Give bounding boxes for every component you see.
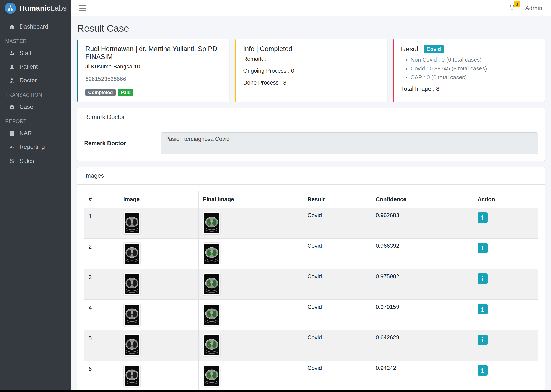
- col-header-image: Image: [119, 191, 199, 208]
- result-total-image: Total Image : 8: [401, 86, 538, 92]
- sidebar-item-patient[interactable]: Patient: [3, 60, 69, 73]
- ct-final-image-thumbnail: [203, 243, 220, 265]
- sidebar-item-staff[interactable]: Staff: [3, 47, 69, 60]
- info-ongoing-line: Ongoing Process : 0: [243, 67, 380, 74]
- final-image-cell: [199, 330, 303, 361]
- result-cell: Covid: [303, 330, 371, 361]
- images-table: # Image Final Image Result Confidence Ac…: [84, 191, 538, 392]
- content: Result Case Rudi Hermawan | dr. Martina …: [71, 16, 551, 392]
- result-cell: Covid: [303, 238, 371, 269]
- ct-scan-image: [125, 244, 139, 264]
- action-cell: i: [473, 330, 538, 361]
- remark-doctor-label: Remark Doctor: [84, 140, 161, 147]
- info-button[interactable]: i: [478, 304, 488, 315]
- user-shield-icon: [7, 50, 16, 56]
- col-header-number: #: [84, 191, 119, 208]
- patient-phone: 6281523528666: [85, 76, 222, 82]
- brand-name: HumanicLabs: [20, 4, 67, 12]
- sidebar-item-label: Patient: [20, 63, 38, 70]
- patient-doctor-title: Rudi Hermawan | dr. Martina Yulianti, Sp…: [85, 45, 222, 61]
- result-card-head: Result Covid: [401, 45, 538, 53]
- brand-link[interactable]: HumanicLabs: [0, 0, 71, 16]
- sidebar-item-label: Sales: [20, 158, 34, 164]
- dollar-sign-icon: $: [7, 157, 16, 165]
- images-table-header-row: # Image Final Image Result Confidence Ac…: [84, 191, 538, 208]
- patient-address: Jl Kusuma Bangsa 10: [85, 63, 222, 70]
- remark-doctor-card-header: Remark Doctor: [77, 108, 545, 126]
- result-covid-badge: Covid: [424, 45, 444, 53]
- info-icon: i: [481, 336, 484, 344]
- image-cell: [119, 361, 199, 391]
- info-icon: i: [481, 245, 484, 252]
- confidence-cell: 0.970159: [371, 300, 473, 330]
- ct-scan-final-image: [204, 336, 219, 355]
- topbar-right: 3 Admin: [508, 4, 542, 13]
- sidebar-item-label: Dashboard: [20, 23, 48, 30]
- notification-count-badge: 3: [514, 1, 520, 7]
- ct-scan-final-image: [204, 213, 219, 233]
- info-button[interactable]: i: [478, 212, 488, 223]
- remark-doctor-card-body: Remark Doctor Pasien terdiagnosa Covid: [77, 126, 545, 161]
- row-number: 1: [84, 208, 119, 238]
- ct-scan-final-image: [204, 305, 219, 325]
- patient-card: Rudi Hermawan | dr. Martina Yulianti, Sp…: [77, 39, 229, 102]
- final-image-cell: [199, 300, 303, 330]
- ct-scan-image: [125, 213, 139, 233]
- table-row: 2 Covid0.966392i: [84, 238, 538, 269]
- confidence-cell: 0.962683: [371, 208, 473, 238]
- col-header-action: Action: [473, 191, 538, 208]
- sidebar-header-transaction: TRANSACTION: [0, 88, 71, 100]
- page-title: Result Case: [77, 23, 545, 34]
- col-header-result: Result: [303, 191, 371, 208]
- info-button[interactable]: i: [478, 365, 488, 376]
- result-cell: Covid: [303, 300, 371, 330]
- sidebar-item-nar[interactable]: NAR: [3, 127, 69, 140]
- image-cell: [119, 300, 199, 330]
- ct-final-image-thumbnail: [203, 212, 220, 234]
- image-cell: [119, 208, 199, 238]
- action-cell: i: [473, 361, 538, 391]
- image-cell: [119, 269, 199, 300]
- table-row: 5 Covid0.642629i: [84, 330, 538, 361]
- result-bullet-covid: Covid : 0.89745 (8 total cases): [411, 65, 538, 72]
- ct-scan-final-image: [204, 244, 219, 264]
- info-button[interactable]: i: [478, 273, 488, 284]
- notifications-bell-icon[interactable]: 3: [508, 4, 516, 13]
- sidebar-item-doctor[interactable]: Doctor: [3, 74, 69, 87]
- remark-doctor-textarea[interactable]: Pasien terdiagnosa Covid: [161, 133, 538, 154]
- sidebar-item-case[interactable]: Case: [3, 101, 69, 113]
- ct-scan-image: [125, 305, 139, 325]
- ct-final-image-thumbnail: [203, 334, 220, 357]
- info-button[interactable]: i: [478, 335, 488, 345]
- result-bullet-noncovid: Non Covid : 0 (0 total cases): [411, 56, 538, 63]
- ct-scan-final-image: [204, 274, 219, 294]
- table-row: 3 Covid0.975902i: [84, 269, 538, 300]
- clipboard-plus-icon: [7, 104, 16, 110]
- patient-status-badges: Completed Paid: [85, 89, 222, 96]
- images-card-body: # Image Final Image Result Confidence Ac…: [77, 185, 545, 392]
- brand-name-bold: Humanic: [20, 4, 51, 12]
- images-card: Images # Image Final Image Resul: [77, 167, 545, 392]
- sidebar-header-report: REPORT: [0, 114, 71, 126]
- book-medical-icon: [7, 130, 16, 137]
- image-cell: [119, 330, 199, 361]
- ct-scan-image: [125, 366, 139, 386]
- main-area: 3 Admin Result Case Rudi Hermawan | dr. …: [71, 0, 551, 392]
- app-root: HumanicLabs Dashboard MASTER Staff: [0, 0, 551, 392]
- sidebar-toggle-hamburger-icon[interactable]: [77, 3, 88, 13]
- user-menu-admin[interactable]: Admin: [525, 5, 542, 12]
- result-bullets: Non Covid : 0 (0 total cases) Covid : 0.…: [411, 56, 538, 81]
- sidebar-item-label: Doctor: [20, 77, 37, 84]
- final-image-cell: [199, 269, 303, 300]
- action-cell: i: [473, 300, 538, 330]
- bar-chart-icon: [7, 144, 16, 150]
- sidebar-item-label: Case: [20, 104, 33, 110]
- ct-final-image-thumbnail: [203, 304, 220, 326]
- sidebar-header-master: MASTER: [0, 34, 71, 46]
- row-number: 2: [84, 238, 119, 269]
- images-card-header: Images: [77, 167, 545, 185]
- sidebar-item-reporting[interactable]: Reporting: [3, 141, 69, 154]
- info-button[interactable]: i: [478, 243, 488, 253]
- sidebar-item-sales[interactable]: $ Sales: [3, 154, 69, 168]
- sidebar-item-dashboard[interactable]: Dashboard: [3, 20, 69, 33]
